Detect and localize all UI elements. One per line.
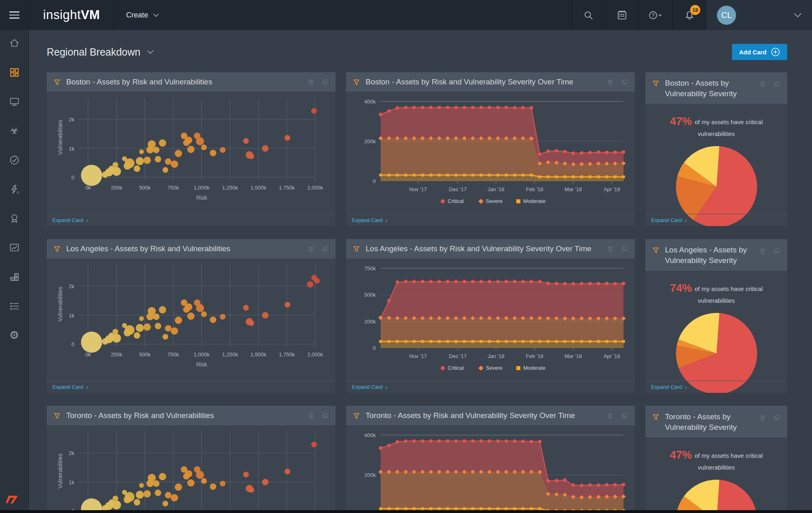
copy-card-icon[interactable]: [773, 80, 781, 88]
card-header: Boston - Assets by Risk and Vulnerabilit…: [47, 72, 336, 92]
notification-badge: 18: [690, 5, 700, 15]
create-menu-button[interactable]: Create: [114, 0, 171, 30]
award-ribbon-icon: [9, 213, 20, 224]
card-header: Toronto - Assets by Risk and Vulnerabili…: [47, 406, 336, 425]
svg-text:0: 0: [71, 341, 74, 347]
delete-card-icon[interactable]: [307, 245, 315, 253]
delete-card-icon[interactable]: [606, 245, 614, 253]
left-sidebar: ☣ A ⚙: [0, 30, 29, 513]
help-menu-button[interactable]: ?: [639, 0, 672, 30]
sidebar-item-goals[interactable]: [8, 213, 20, 224]
filter-icon: [353, 245, 360, 253]
svg-text:Severe: Severe: [486, 198, 502, 204]
card-header: Los Angeles - Assets by Risk and Vulnera…: [47, 239, 336, 259]
sidebar-item-automation[interactable]: A: [8, 183, 20, 195]
svg-text:1,250k: 1,250k: [222, 185, 238, 191]
copy-card-icon[interactable]: [321, 78, 329, 86]
svg-text:0: 0: [373, 345, 376, 351]
expand-card-link[interactable]: Expand Card›: [52, 384, 88, 390]
card-header: Boston - Assets by Vulnerability Severit…: [645, 72, 787, 104]
toronto-pie-chart: [675, 479, 758, 513]
copy-card-icon[interactable]: [621, 245, 628, 253]
calendar-button[interactable]: [605, 0, 639, 30]
delete-card-icon[interactable]: [759, 247, 767, 255]
svg-text:400k: 400k: [364, 99, 376, 105]
sidebar-item-management[interactable]: [8, 300, 20, 312]
search-button[interactable]: [571, 0, 605, 30]
copy-card-icon[interactable]: [321, 412, 329, 420]
expand-card-link[interactable]: Expand Card›: [352, 384, 388, 390]
svg-text:2k: 2k: [69, 116, 74, 123]
copy-card-icon[interactable]: [773, 247, 781, 255]
add-card-button[interactable]: Add Card: [732, 44, 788, 60]
copy-card-icon[interactable]: [621, 412, 628, 420]
filter-icon: [353, 412, 360, 420]
pie-body: 74%of my assets have critical vulnerabil…: [645, 271, 787, 393]
card-title: Boston - Assets by Vulnerability Severit…: [665, 78, 749, 99]
copy-card-icon[interactable]: [321, 245, 329, 253]
pie-body: 47%of my assets have critical vulnerabil…: [645, 104, 787, 226]
create-label: Create: [126, 11, 148, 19]
expand-card-link[interactable]: Expand Card›: [352, 217, 388, 224]
toronto-area-chart: 400k200k0Nov '17Dec '17Jan '18Feb '18Mar…: [346, 425, 635, 513]
copy-card-icon[interactable]: [621, 78, 628, 86]
delete-card-icon[interactable]: [606, 78, 614, 86]
delete-card-icon[interactable]: [307, 78, 315, 86]
card-footer: Expand Card›: [47, 381, 336, 393]
svg-text:?: ?: [652, 12, 654, 18]
account-chevron-down-icon[interactable]: [794, 13, 801, 17]
svg-text:1,000k: 1,000k: [194, 351, 210, 358]
svg-text:0: 0: [71, 175, 74, 181]
sidebar-item-reports[interactable]: [8, 242, 20, 253]
card-footer: Expand Card›: [47, 214, 336, 226]
user-account-section: CL: [706, 0, 812, 30]
page-header: Regional Breakdown Add Card: [29, 43, 812, 61]
avatar[interactable]: CL: [717, 6, 736, 25]
pie-caption: 47%of my assets have critical vulnerabil…: [652, 447, 782, 472]
expand-card-link[interactable]: Expand Card›: [52, 217, 88, 224]
card-title: Los Angeles - Assets by Risk and Vulnera…: [66, 244, 302, 253]
delete-card-icon[interactable]: [759, 414, 767, 422]
svg-text:Apr '18: Apr '18: [604, 186, 620, 192]
plus-circle-icon: [771, 47, 780, 56]
sidebar-item-home[interactable]: [8, 37, 20, 49]
svg-text:Jan '18: Jan '18: [487, 186, 505, 192]
svg-text:Risk: Risk: [196, 361, 208, 368]
delete-card-icon[interactable]: [307, 412, 315, 420]
card-header: Boston - Assets by Risk and Vulnerabilit…: [346, 72, 635, 92]
expand-card-link[interactable]: Expand Card›: [651, 217, 687, 224]
sidebar-item-settings[interactable]: ⚙: [8, 330, 20, 341]
sidebar-item-assets[interactable]: [8, 96, 20, 107]
svg-text:500k: 500k: [139, 351, 151, 358]
svg-text:400k: 400k: [364, 432, 376, 438]
filter-icon: [353, 78, 360, 86]
dashboard-chevron-down-icon[interactable]: [147, 50, 154, 54]
add-card-label: Add Card: [739, 49, 767, 56]
logo-text-thin: insight: [43, 8, 81, 22]
svg-text:250k: 250k: [111, 185, 123, 191]
svg-text:2k: 2k: [69, 450, 74, 456]
sidebar-item-vulnerabilities[interactable]: ☣: [8, 125, 20, 136]
home-icon: [9, 38, 20, 49]
card-la-pie: Los Angeles - Assets by Vulnerability Se…: [645, 239, 787, 393]
notifications-button[interactable]: 18: [672, 0, 706, 30]
card-toronto-pie: Toronto - Assets by Vulnerability Severi…: [645, 406, 787, 513]
copy-card-icon[interactable]: [773, 414, 781, 422]
sidebar-item-policies[interactable]: [8, 154, 20, 166]
pie-body: 47%of my assets have critical vulnerabil…: [645, 438, 787, 513]
delete-card-icon[interactable]: [759, 80, 767, 88]
card-toronto-area: Toronto - Assets by Risk and Vulnerabili…: [346, 406, 635, 513]
card-title: Toronto - Assets by Risk and Vulnerabili…: [366, 411, 601, 420]
expand-card-link[interactable]: Expand Card›: [651, 384, 687, 390]
svg-text:2,000k: 2,000k: [307, 185, 323, 191]
menu-hamburger-button[interactable]: [0, 0, 29, 30]
boston-scatter-chart: 0k250k500k750k1,000k1,250k1,500k1,750k2,…: [47, 92, 336, 214]
filter-icon: [652, 246, 660, 254]
svg-text:1,750k: 1,750k: [279, 351, 295, 358]
card-boston-scatter: Boston - Assets by Risk and Vulnerabilit…: [47, 72, 336, 226]
svg-text:Critical: Critical: [448, 198, 464, 204]
delete-card-icon[interactable]: [606, 412, 614, 420]
sidebar-item-dashboard-active[interactable]: [8, 67, 20, 78]
svg-text:Feb '18: Feb '18: [526, 353, 543, 359]
sidebar-item-containers[interactable]: [8, 271, 20, 282]
